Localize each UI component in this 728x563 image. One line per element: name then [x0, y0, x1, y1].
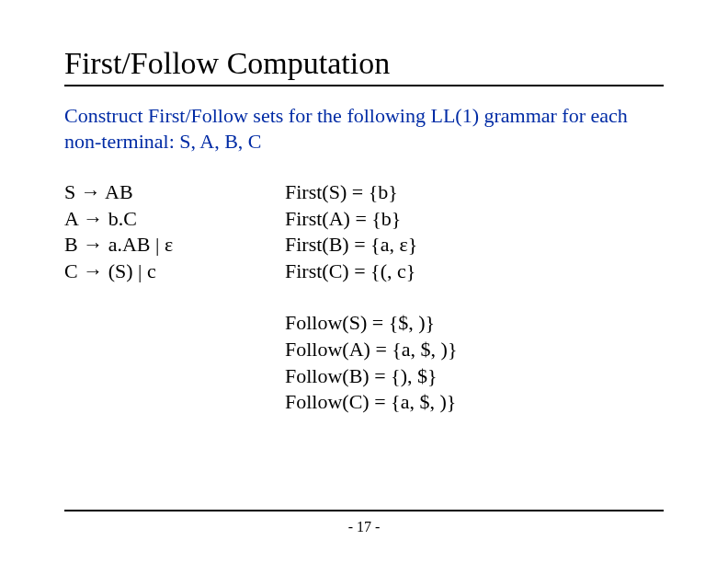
- grammar-line: A → b.C: [64, 206, 211, 233]
- footer-rule: [64, 510, 664, 511]
- page-number: - 17 -: [0, 519, 728, 535]
- slide-title: First/Follow Computation: [64, 46, 664, 86]
- sets-column: First(S) = {b} First(A) = {b} First(B) =…: [285, 179, 458, 442]
- follow-line: Follow(C) = {a, $, )}: [285, 389, 458, 416]
- grammar-column: S → AB A → b.C B → a.AB | ε C → (S) | c: [64, 179, 211, 442]
- grammar-line: C → (S) | c: [64, 259, 211, 285]
- first-line: First(B) = {a, ε}: [285, 232, 458, 259]
- slide-container: First/Follow Computation Construct First…: [0, 0, 728, 563]
- follow-block: Follow(S) = {$, )} Follow(A) = {a, $, )}…: [285, 310, 458, 415]
- first-line: First(C) = {(, c}: [285, 259, 458, 285]
- first-line: First(A) = {b}: [285, 206, 458, 233]
- follow-line: Follow(S) = {$, )}: [285, 310, 458, 337]
- first-block: First(S) = {b} First(A) = {b} First(B) =…: [285, 179, 458, 284]
- first-line: First(S) = {b}: [285, 179, 458, 206]
- slide-subtitle: Construct First/Follow sets for the foll…: [64, 103, 664, 154]
- content-columns: S → AB A → b.C B → a.AB | ε C → (S) | c …: [64, 179, 664, 442]
- grammar-line: B → a.AB | ε: [64, 232, 211, 259]
- grammar-block: S → AB A → b.C B → a.AB | ε C → (S) | c: [64, 179, 211, 284]
- grammar-line: S → AB: [64, 179, 211, 206]
- follow-line: Follow(B) = {), $}: [285, 363, 458, 390]
- follow-line: Follow(A) = {a, $, )}: [285, 337, 458, 363]
